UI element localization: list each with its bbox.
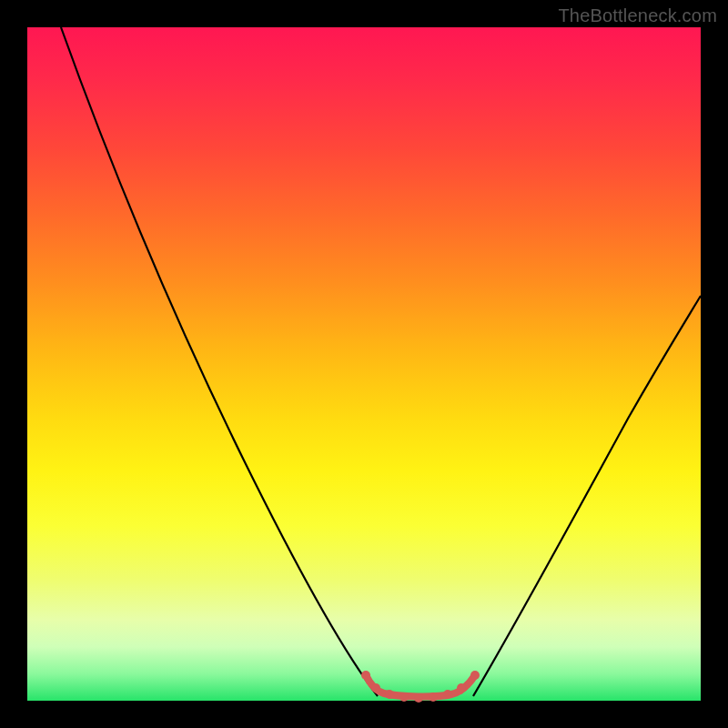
chart-frame: TheBottleneck.com xyxy=(0,0,728,728)
svg-point-6 xyxy=(443,690,452,699)
left-branch-curve xyxy=(61,27,378,696)
watermark-text: TheBottleneck.com xyxy=(558,5,717,26)
svg-point-1 xyxy=(371,683,380,693)
valley-dots xyxy=(361,671,480,703)
svg-point-7 xyxy=(457,683,466,693)
svg-point-5 xyxy=(429,693,438,702)
svg-point-2 xyxy=(385,690,394,699)
right-branch-curve xyxy=(473,296,701,696)
svg-point-0 xyxy=(361,671,370,680)
curve-layer xyxy=(27,27,701,701)
plot-area xyxy=(27,27,701,701)
svg-point-3 xyxy=(399,693,409,702)
svg-point-8 xyxy=(470,671,480,680)
svg-point-4 xyxy=(414,693,423,703)
